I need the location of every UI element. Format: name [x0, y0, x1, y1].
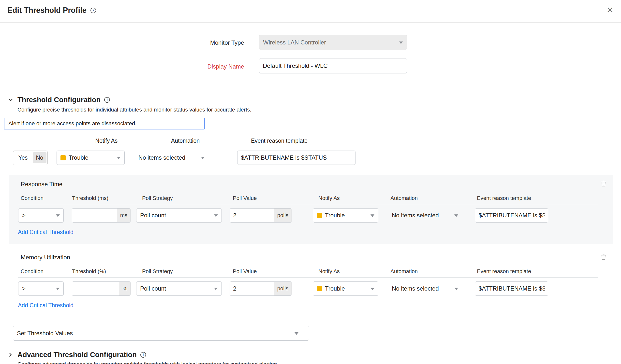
poll-value-input-group: polls — [230, 281, 292, 296]
trouble-color-swatch — [60, 155, 66, 160]
automation-value: No items selected — [138, 154, 185, 161]
chevron-down-icon — [370, 288, 374, 290]
chevron-down-icon — [56, 215, 60, 217]
condition-value: > — [22, 285, 26, 292]
alert-message-field[interactable]: Alert if one or more access points are d… — [4, 118, 205, 130]
event-reason-input[interactable] — [237, 150, 356, 165]
event-reason-input[interactable] — [475, 281, 548, 296]
column-header-threshold: Threshold (%) — [72, 268, 106, 275]
automation-value: No items selected — [392, 285, 439, 292]
chevron-down-icon — [454, 215, 458, 217]
notify-as-dropdown[interactable]: Trouble — [56, 150, 125, 165]
close-icon[interactable]: × — [607, 4, 613, 15]
column-header-event-reason: Event reason template — [477, 268, 531, 275]
toggle-no-button[interactable]: No — [33, 152, 47, 163]
condition-dropdown[interactable]: > — [18, 281, 64, 296]
chevron-down-icon — [201, 157, 205, 159]
chevron-down-icon — [214, 215, 218, 217]
chevron-down-icon — [214, 288, 218, 290]
monitor-type-dropdown[interactable]: Wireless LAN Controller — [259, 35, 407, 50]
automation-dropdown[interactable]: No items selected — [135, 150, 208, 165]
set-threshold-values-label: Set Threshold Values — [17, 330, 73, 337]
notify-as-value: Trouble — [325, 212, 345, 219]
notify-as-dropdown[interactable]: Trouble — [313, 208, 378, 223]
edit-threshold-profile-dialog: Edit Threshold Profile i × Monitor Type … — [0, 0, 621, 364]
advanced-configuration-description: Configure advanced thresholds by groupin… — [17, 361, 278, 364]
section-title: Response Time — [21, 181, 62, 188]
column-header-notify-as: Notify As — [95, 137, 118, 144]
poll-strategy-dropdown[interactable]: Poll count — [136, 208, 222, 223]
chevron-down-icon — [294, 332, 298, 335]
chevron-down-icon — [117, 157, 121, 159]
display-name-input[interactable] — [259, 58, 407, 73]
alert-message-text: Alert if one or more access points are d… — [8, 120, 137, 127]
page-title: Edit Threshold Profile — [7, 6, 86, 15]
column-header-notify-as: Notify As — [318, 268, 340, 275]
poll-value-input[interactable] — [230, 209, 274, 222]
section-heading: Threshold Configuration — [17, 96, 101, 104]
delete-section-button[interactable] — [600, 180, 607, 188]
notify-as-value: Trouble — [69, 154, 88, 161]
divider — [18, 277, 598, 278]
poll-value-input-group: polls — [230, 208, 292, 223]
column-header-event-reason: Event reason template — [251, 137, 308, 144]
column-header-event-reason: Event reason template — [477, 195, 531, 201]
condition-dropdown[interactable]: > — [18, 208, 64, 223]
automation-value: No items selected — [392, 212, 439, 219]
column-header-automation: Automation — [390, 195, 418, 201]
event-reason-input[interactable] — [475, 208, 548, 223]
column-header-poll-value: Poll Value — [233, 195, 257, 201]
poll-unit-label: polls — [274, 209, 292, 222]
threshold-section-memory-utilization: Memory Utilization Condition Threshold (… — [9, 248, 613, 317]
monitor-type-value: Wireless LAN Controller — [263, 39, 326, 46]
section-heading: Advanced Threshold Configuration — [17, 351, 137, 359]
automation-dropdown[interactable]: No items selected — [388, 281, 462, 296]
chevron-down-icon — [454, 288, 458, 290]
column-header-automation: Automation — [171, 137, 200, 144]
chevron-down-icon — [56, 288, 60, 290]
threshold-unit-label: % — [119, 282, 131, 296]
chevron-down-icon — [7, 97, 14, 103]
trash-icon — [600, 253, 607, 260]
poll-strategy-dropdown[interactable]: Poll count — [136, 281, 222, 296]
condition-value: > — [22, 212, 26, 219]
chevron-down-icon — [399, 42, 403, 44]
column-header-poll-strategy: Poll Strategy — [142, 195, 173, 201]
display-name-label: Display Name — [157, 63, 244, 70]
threshold-input[interactable] — [72, 282, 119, 296]
add-critical-threshold-link[interactable]: Add Critical Threshold — [18, 302, 73, 309]
poll-unit-label: polls — [274, 282, 292, 296]
automation-dropdown[interactable]: No items selected — [388, 208, 462, 223]
monitor-type-label: Monitor Type — [157, 39, 244, 46]
dialog-header: Edit Threshold Profile i × — [0, 0, 621, 23]
info-icon[interactable]: i — [104, 97, 110, 103]
info-icon[interactable]: i — [140, 352, 146, 358]
advanced-threshold-configuration-header[interactable]: Advanced Threshold Configuration i — [7, 351, 146, 359]
chevron-down-icon — [370, 215, 374, 217]
column-header-threshold: Threshold (ms) — [72, 195, 108, 201]
threshold-input-group: % — [72, 281, 131, 296]
threshold-unit-label: ms — [117, 209, 131, 222]
set-threshold-values-dropdown[interactable]: Set Threshold Values — [13, 326, 309, 341]
threshold-section-response-time: Response Time Condition Threshold (ms) P… — [9, 175, 613, 244]
trouble-color-swatch — [317, 213, 322, 218]
delete-section-button[interactable] — [600, 253, 607, 261]
column-header-condition: Condition — [21, 195, 44, 201]
poll-value-input[interactable] — [230, 282, 274, 296]
section-title: Memory Utilization — [21, 254, 70, 261]
poll-strategy-value: Poll count — [140, 212, 166, 219]
column-header-poll-value: Poll Value — [233, 268, 257, 275]
notify-as-value: Trouble — [325, 285, 345, 292]
add-critical-threshold-link[interactable]: Add Critical Threshold — [18, 229, 73, 235]
threshold-input-group: ms — [72, 208, 131, 223]
toggle-yes-button[interactable]: Yes — [13, 152, 33, 163]
column-header-poll-strategy: Poll Strategy — [142, 268, 173, 275]
info-icon[interactable]: i — [90, 8, 96, 13]
column-header-automation: Automation — [390, 268, 418, 275]
chevron-right-icon — [7, 352, 14, 358]
notify-as-dropdown[interactable]: Trouble — [313, 281, 378, 296]
threshold-input[interactable] — [72, 209, 117, 222]
threshold-configuration-header[interactable]: Threshold Configuration i — [7, 96, 110, 104]
trash-icon — [600, 180, 607, 187]
column-header-notify-as: Notify As — [318, 195, 340, 201]
